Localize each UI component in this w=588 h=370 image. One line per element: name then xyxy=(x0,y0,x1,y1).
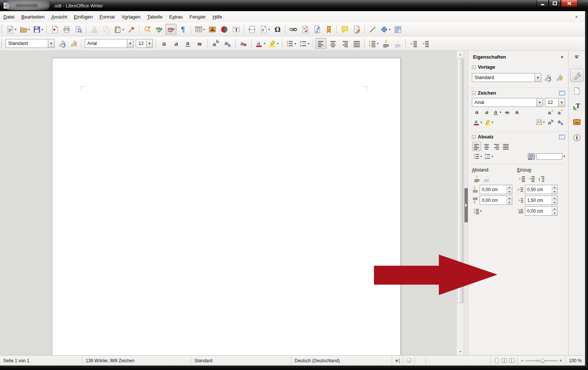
sidebar-menu-button[interactable] xyxy=(572,54,582,61)
dialog-launcher-icon[interactable] xyxy=(559,91,565,95)
insert-field-button[interactable]: #▾ xyxy=(258,24,271,35)
status-document-modified[interactable] xyxy=(415,356,426,366)
vorlage-style-combo[interactable]: Standard ▼ xyxy=(472,73,541,82)
align-right-button[interactable] xyxy=(492,142,500,151)
status-word-count[interactable]: 139 Wörter, 989 Zeichen xyxy=(82,356,191,366)
chevron-down-icon[interactable]: ▼ xyxy=(127,39,133,48)
chevron-down-icon[interactable]: ▾ xyxy=(308,42,309,45)
collapse-icon[interactable] xyxy=(472,65,476,69)
superscript-button[interactable]: ab xyxy=(546,118,555,127)
chevron-down-icon[interactable]: ▾ xyxy=(277,42,279,45)
menu-tabelle[interactable]: Tabelle xyxy=(144,12,166,22)
line-spacing-button[interactable]: ▾ xyxy=(472,206,482,216)
justify-button[interactable] xyxy=(351,38,362,49)
align-left-button[interactable] xyxy=(315,38,326,49)
print-button[interactable] xyxy=(61,24,72,35)
underline-button[interactable]: a xyxy=(182,38,193,49)
strikethrough-button[interactable]: a xyxy=(194,38,205,49)
justify-button[interactable] xyxy=(501,142,510,151)
increase-size-button[interactable]: a xyxy=(546,108,555,117)
chevron-down-icon[interactable]: ▾ xyxy=(480,121,482,124)
indent-decrease-button[interactable] xyxy=(420,38,431,49)
scroll-up-icon[interactable]: ▲ xyxy=(457,51,464,58)
open-button[interactable]: ▾ xyxy=(18,24,31,35)
export-pdf-button[interactable] xyxy=(49,24,60,35)
numbered-list-button[interactable]: 12▾ xyxy=(483,152,494,161)
spacing-above-field[interactable]: 0,00 cm xyxy=(480,185,512,194)
font-color-button[interactable]: a▾ xyxy=(254,38,266,49)
hanging-indent-button[interactable] xyxy=(537,174,546,183)
print-preview-button[interactable] xyxy=(73,24,84,35)
multi-page-view-icon[interactable] xyxy=(502,358,507,363)
chevron-down-icon[interactable]: ▾ xyxy=(28,28,30,31)
spinner[interactable] xyxy=(552,196,557,204)
status-page-count[interactable]: Seite 1 von 1 xyxy=(0,356,82,366)
book-view-icon[interactable] xyxy=(509,358,515,363)
shadow-button[interactable]: aa xyxy=(512,108,521,117)
indent-before-field[interactable]: 0,50 cm xyxy=(525,185,558,194)
zoom-in-icon[interactable]: + xyxy=(559,358,562,363)
new-style-button[interactable] xyxy=(68,38,79,49)
scrollbar-thumb[interactable] xyxy=(457,58,463,303)
insert-hyperlink-button[interactable] xyxy=(288,24,299,35)
close-document-icon[interactable]: × xyxy=(573,13,580,20)
bold-button[interactable]: a xyxy=(472,108,481,117)
align-center-button[interactable] xyxy=(482,142,491,151)
firstline-indent-field[interactable]: 0,00 cm xyxy=(525,206,558,216)
chevron-down-icon[interactable]: ▾ xyxy=(389,28,390,31)
menu-bearbeiten[interactable]: Bearbeiten xyxy=(18,12,48,22)
menu-ansicht[interactable]: Ansicht xyxy=(48,12,70,22)
insert-image-button[interactable] xyxy=(207,24,218,35)
italic-button[interactable]: a xyxy=(170,38,181,49)
chevron-down-icon[interactable]: ▼ xyxy=(48,39,54,48)
background-color-swatch[interactable] xyxy=(536,153,562,160)
insert-footnote-button[interactable] xyxy=(299,24,311,35)
superscript-button[interactable]: ab xyxy=(210,38,221,49)
chevron-down-icon[interactable]: ▼ xyxy=(558,98,565,107)
decrease-size-button[interactable]: a xyxy=(556,108,565,117)
insert-comment-button[interactable] xyxy=(339,24,350,35)
para-space-increase-button[interactable] xyxy=(472,174,481,183)
sidebar-splitter[interactable] xyxy=(464,51,468,355)
chevron-down-icon[interactable]: ▾ xyxy=(122,28,124,31)
insert-line-button[interactable] xyxy=(367,24,378,35)
subscript-button[interactable]: ab xyxy=(556,118,565,127)
align-right-button[interactable] xyxy=(339,38,350,49)
numbered-list-button[interactable]: 12▾ xyxy=(298,38,311,49)
clear-formatting-button[interactable]: a xyxy=(238,38,249,49)
basic-shapes-button[interactable]: ▾ xyxy=(379,24,391,35)
status-insert-mode[interactable] xyxy=(392,356,403,366)
sidebar-tab-gallery[interactable] xyxy=(570,115,584,129)
bold-button[interactable]: a xyxy=(158,38,170,49)
indent-decrease-button[interactable] xyxy=(527,174,536,183)
vertical-scrollbar[interactable]: ▲ ▼ xyxy=(456,51,464,355)
chevron-down-icon[interactable]: ▾ xyxy=(268,28,270,31)
save-button[interactable]: ▾ xyxy=(32,24,44,35)
subscript-button[interactable]: ab xyxy=(222,38,233,49)
chevron-down-icon[interactable]: ▾ xyxy=(15,28,16,31)
highlight-color-button[interactable]: ▾ xyxy=(483,118,494,127)
line-spacing-button[interactable]: ▾ xyxy=(367,38,380,49)
sidebar-font-name-combo[interactable]: Arial ▼ xyxy=(472,98,543,107)
chevron-down-icon[interactable]: ▾ xyxy=(480,155,482,158)
chevron-down-icon[interactable]: ▾ xyxy=(500,111,501,114)
align-left-button[interactable] xyxy=(472,142,481,151)
status-zoom-level[interactable]: 100 % xyxy=(566,356,585,366)
scroll-down-icon[interactable]: ▼ xyxy=(457,348,464,355)
draw-functions-button[interactable] xyxy=(392,24,403,35)
underline-button[interactable]: a▾ xyxy=(492,108,502,117)
insert-table-button[interactable]: ▾ xyxy=(193,24,206,35)
find-replace-button[interactable] xyxy=(142,24,153,35)
spinner[interactable] xyxy=(552,207,557,215)
strikethrough-button[interactable]: a xyxy=(503,108,512,117)
zoom-slider-handle[interactable] xyxy=(540,358,545,363)
menu-datei[interactable]: Datei xyxy=(0,12,18,22)
chevron-down-icon[interactable]: ▾ xyxy=(564,155,565,158)
paste-button[interactable]: ▾ xyxy=(112,24,125,35)
close-button[interactable] xyxy=(561,0,578,7)
menu-einfgen[interactable]: Einfügen xyxy=(70,12,96,22)
zoom-out-icon[interactable]: − xyxy=(521,358,524,363)
spelling-button[interactable]: Abc xyxy=(154,24,165,35)
font-color-button[interactable]: a▾ xyxy=(472,118,483,127)
chevron-down-icon[interactable]: ▾ xyxy=(492,121,493,124)
